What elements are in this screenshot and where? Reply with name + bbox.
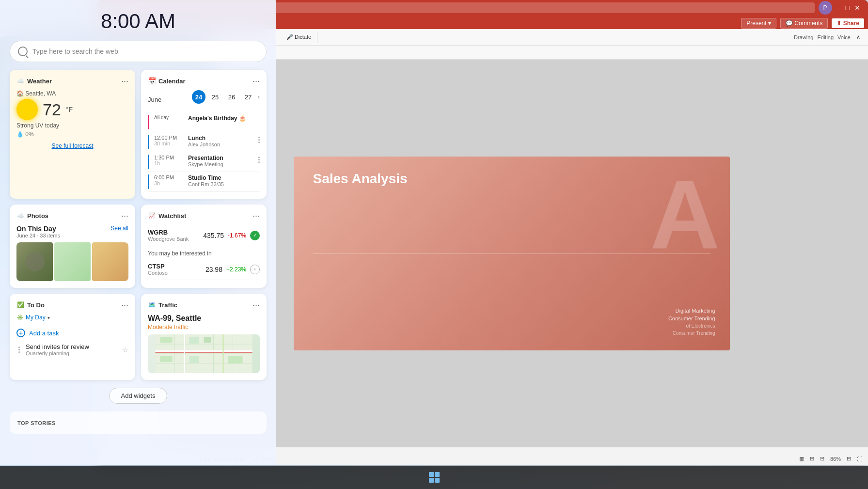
weather-unit: °F [66, 106, 73, 113]
search-icon [18, 47, 28, 56]
stock-row-wgrb[interactable]: WGRB Woodgrove Bank 435.75 -1.67% ✓ [148, 225, 260, 246]
event-bar-presentation [148, 155, 149, 169]
photos-date-count: June 24 · 33 items [16, 233, 60, 238]
add-task-plus-icon: + [16, 329, 25, 337]
slide-label-digital: Digital Marketing [668, 308, 715, 314]
calendar-date-24[interactable]: 24 [192, 90, 205, 104]
my-day-chevron-icon: ▾ [47, 315, 50, 320]
stock-ctsp-info: CTSP Contoso [148, 263, 168, 276]
traffic-status: Moderate traffic [148, 324, 260, 331]
task-row-send-invites[interactable]: Send invites for review Quarterly planni… [16, 340, 128, 359]
todo-header: ✅ To Do ··· [16, 300, 128, 309]
calendar-event-allday[interactable]: All day Angela's Birthday 🎂 [148, 112, 260, 132]
stock-ctsp-add-icon[interactable]: + [250, 265, 260, 274]
add-task-row[interactable]: + Add a task [16, 326, 128, 340]
todo-icon: ✅ [16, 301, 24, 309]
comments-button[interactable]: 💬 Comments [780, 18, 828, 29]
stock-row-ctsp[interactable]: CTSP Contoso 23.98 +2.23% + [148, 259, 260, 280]
task-drag-handle [16, 345, 22, 355]
calendar-event-studio[interactable]: 6:00 PM3h Studio Time Conf Rm 32/35 [148, 172, 260, 192]
minimize-button[interactable]: ─ [836, 4, 841, 12]
photo-thumb-1[interactable] [16, 242, 53, 281]
weather-location: 🏠 Seattle, WA [16, 90, 128, 97]
calendar-date-25[interactable]: 25 [208, 90, 222, 104]
calendar-title: Calendar [158, 78, 186, 85]
calendar-date-27[interactable]: 27 [241, 90, 255, 104]
calendar-menu-button[interactable]: ··· [253, 77, 260, 85]
calendar-month-header: June 24 25 26 27 › [148, 90, 260, 109]
view-icon-grid[interactable]: ⊞ [810, 456, 814, 462]
photos-title-row: ☁️ Photos [16, 212, 48, 220]
present-button[interactable]: Present ▾ [741, 18, 776, 29]
ribbon-right: Drawing Editing Voice ∧ [794, 33, 862, 41]
event-lunch-menu[interactable] [258, 135, 260, 143]
maximize-button[interactable]: □ [846, 4, 850, 12]
task-content: Send invites for review Quarterly planni… [26, 343, 118, 356]
watchlist-header: 📈 Watchlist ··· [148, 211, 260, 220]
ppt-right-buttons: Present ▾ 💬 Comments ⬆ Share [741, 17, 864, 29]
weather-cloud-icon: ☁️ [16, 77, 24, 85]
calendar-chevron[interactable]: › [258, 94, 260, 100]
event-presentation-content: Presentation Skype Meeting [188, 155, 223, 167]
photo-thumb-3[interactable] [92, 242, 128, 281]
stock-wgrb-price: 435.75 [203, 232, 224, 239]
slide-label-electronics: of Electronics [668, 323, 715, 329]
stock-ctsp-change: +2.23% [226, 266, 246, 273]
task-star-icon[interactable]: ☆ [122, 346, 128, 354]
fullscreen-button[interactable]: ⛶ [857, 456, 862, 462]
weather-main: 72 °F [16, 99, 128, 120]
stock-wgrb-symbol: WGRB [148, 229, 189, 236]
calendar-dates: 24 25 26 27 › [192, 90, 260, 104]
slide-main-content: Sales Analysis A Digital Marketing Consu… [294, 157, 730, 350]
ppt-status-bar: Help Improve Office 📝 Notes ▦ ⊞ ⊟ 86% ⊟ … [194, 452, 868, 465]
weather-forecast-link[interactable]: See full forecast [16, 142, 128, 149]
drawing-label: Drawing [794, 34, 813, 40]
share-button[interactable]: ⬆ Share [832, 18, 864, 28]
calendar-date-26[interactable]: 26 [225, 90, 238, 104]
calendar-month: June [148, 96, 161, 103]
collapse-ribbon-button[interactable]: ∧ [854, 33, 862, 41]
weather-description: Strong UV today [16, 122, 128, 129]
todo-widget: ✅ To Do ··· ✳️ My Day ▾ + Add a task [10, 294, 135, 380]
add-widgets-button[interactable]: Add widgets [109, 388, 168, 404]
my-day-button[interactable]: ✳️ My Day ▾ [16, 314, 128, 321]
watchlist-menu-button[interactable]: ··· [253, 211, 260, 220]
event-sub-lunch: Alex Johnson [188, 142, 220, 147]
view-icon-normal[interactable]: ▦ [799, 456, 804, 462]
weather-rain: 💧 0% [16, 131, 128, 138]
photo-thumb-2[interactable] [54, 242, 91, 281]
stock-wgrb-company: Woodgrove Bank [148, 236, 189, 242]
todo-menu-button[interactable]: ··· [121, 300, 128, 309]
traffic-title-row: 🗺️ Traffic [148, 301, 177, 309]
stock-wgrb-watchlist-icon[interactable]: ✓ [250, 231, 260, 240]
photos-grid [16, 242, 128, 281]
calendar-title-row: 📅 Calendar [148, 77, 186, 85]
photos-menu-button[interactable]: ··· [121, 211, 128, 220]
calendar-widget: 📅 Calendar ··· June 24 25 26 27 › All da… [141, 70, 267, 199]
zoom-button[interactable]: ⊟ [847, 456, 851, 462]
close-button[interactable]: ✕ [854, 4, 860, 12]
photos-see-all-link[interactable]: See all [110, 225, 128, 232]
slide-label-consumer: Consumer Trending [668, 315, 715, 321]
weather-title-row: ☁️ Weather [16, 77, 52, 85]
windows-start-button[interactable] [429, 472, 440, 483]
search-placeholder-text: Type here to search the web [32, 47, 118, 55]
event-allday-content: Angela's Birthday 🎂 [188, 115, 246, 122]
photos-title: Photos [27, 212, 48, 220]
user-avatar[interactable]: P [819, 1, 832, 15]
calendar-event-lunch[interactable]: 12:00 PM30 min Lunch Alex Johnson [148, 132, 260, 152]
traffic-map[interactable] [148, 334, 260, 373]
calendar-event-presentation[interactable]: 1:30 PM1h Presentation Skype Meeting [148, 152, 260, 172]
view-icon-other[interactable]: ⊟ [820, 456, 824, 462]
traffic-header: 🗺️ Traffic ··· [148, 300, 260, 309]
web-search-bar[interactable]: Type here to search the web [10, 41, 267, 62]
traffic-location: WA-99, Seattle [148, 314, 260, 323]
top-stories-label: TOP STORIES [17, 420, 56, 426]
editing-label: Editing [817, 34, 834, 40]
weather-menu-button[interactable]: ··· [121, 77, 128, 85]
photos-heading-row: On This Day June 24 · 33 items See all [16, 225, 128, 238]
dictate-button[interactable]: 🎤 Dictate [284, 33, 313, 41]
photos-heading-content: On This Day June 24 · 33 items [16, 225, 60, 238]
traffic-menu-button[interactable]: ··· [253, 300, 260, 309]
event-presentation-menu[interactable] [258, 155, 260, 163]
